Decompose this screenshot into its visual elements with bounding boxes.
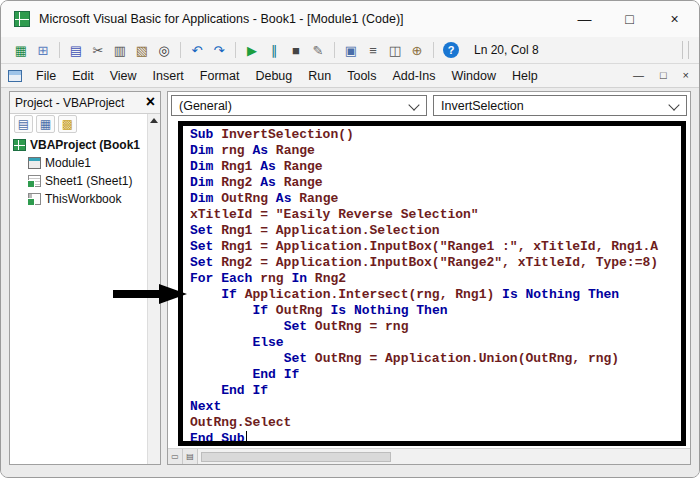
code-line-14[interactable]: Else bbox=[190, 335, 658, 351]
standard-toolbar: ▦⊞▤✂▥▧◎↶↷▶∥■✎▣≡◫⊕? Ln 20, Col 8 bbox=[1, 37, 699, 64]
toolbar-separator bbox=[433, 42, 434, 58]
tree-item-module1[interactable]: Module1 bbox=[13, 154, 146, 172]
code-line-18[interactable]: Next bbox=[190, 399, 658, 415]
code-line-20[interactable]: End Sub bbox=[190, 431, 658, 447]
tree-item-sheet1-sheet1[interactable]: Sheet1 (Sheet1) bbox=[13, 172, 146, 190]
code-line-1[interactable]: Sub InvertSelection() bbox=[190, 127, 658, 143]
code-line-19[interactable]: OutRng.Select bbox=[190, 415, 658, 431]
object-dropdown[interactable]: (General) bbox=[171, 95, 427, 116]
code-editor[interactable]: Sub InvertSelection()Dim rng As RangeDim… bbox=[168, 119, 690, 448]
code-line-16[interactable]: End If bbox=[190, 367, 658, 383]
design-mode-icon[interactable]: ✎ bbox=[308, 40, 328, 60]
vba-app-icon bbox=[14, 11, 30, 27]
mdi-minimize-button[interactable]: — bbox=[633, 70, 644, 81]
save-icon[interactable]: ▤ bbox=[66, 40, 86, 60]
menu-item-tools[interactable]: Tools bbox=[339, 66, 384, 86]
run-icon[interactable]: ▶ bbox=[242, 40, 262, 60]
break-icon[interactable]: ∥ bbox=[264, 40, 284, 60]
line-col-indicator: Ln 20, Col 8 bbox=[474, 43, 539, 57]
menu-item-edit[interactable]: Edit bbox=[64, 66, 102, 86]
menu-item-debug[interactable]: Debug bbox=[247, 66, 300, 86]
help-icon[interactable]: ? bbox=[443, 42, 459, 58]
redo-icon[interactable]: ↷ bbox=[209, 40, 229, 60]
reset-icon[interactable]: ■ bbox=[286, 40, 306, 60]
code-line-15[interactable]: Set OutRng = Application.Union(OutRng, r… bbox=[190, 351, 658, 367]
toolbar-separator bbox=[334, 42, 335, 58]
maximize-button[interactable]: □ bbox=[607, 1, 652, 37]
menu-item-help[interactable]: Help bbox=[504, 66, 546, 86]
project-panel-toolbar: ▤▦▩ bbox=[10, 114, 160, 134]
mdi-close-button[interactable]: × bbox=[683, 70, 689, 81]
text-cursor bbox=[246, 431, 248, 444]
module-icon bbox=[28, 157, 41, 169]
code-line-4[interactable]: Dim Rng2 As Range bbox=[190, 175, 658, 191]
main-area: Project - VBAProject × ▤▦▩ VBAProject (B… bbox=[1, 88, 699, 477]
project-panel-title: Project - VBAProject bbox=[15, 96, 146, 110]
code-line-9[interactable]: Set Rng2 = Application.InputBox("Range2"… bbox=[190, 255, 658, 271]
find-icon[interactable]: ◎ bbox=[154, 40, 174, 60]
paste-icon[interactable]: ▧ bbox=[132, 40, 152, 60]
code-window: (General) InvertSelection Sub InvertSele… bbox=[167, 91, 691, 465]
toggle-folders-icon[interactable]: ▩ bbox=[58, 115, 77, 133]
mdi-restore-button[interactable]: □ bbox=[660, 70, 667, 81]
menu-item-add-ins[interactable]: Add-Ins bbox=[384, 66, 443, 86]
code-line-13[interactable]: Set OutRng = rng bbox=[190, 319, 658, 335]
code-text[interactable]: Sub InvertSelection()Dim rng As RangeDim… bbox=[190, 127, 658, 447]
view-excel-icon[interactable]: ▦ bbox=[11, 40, 31, 60]
project-panel-scrollbar[interactable] bbox=[147, 114, 160, 464]
excel-icon bbox=[13, 139, 26, 151]
title-bar: Microsoft Visual Basic for Applications … bbox=[1, 1, 699, 38]
copy-icon[interactable]: ▥ bbox=[110, 40, 130, 60]
menu-bar: FileEditViewInsertFormatDebugRunToolsAdd… bbox=[1, 64, 699, 88]
code-line-8[interactable]: Set Rng1 = Application.InputBox("Range1 … bbox=[190, 239, 658, 255]
menu-item-file[interactable]: File bbox=[28, 66, 64, 86]
menu-item-format[interactable]: Format bbox=[192, 66, 248, 86]
horizontal-scroll-thumb[interactable] bbox=[201, 452, 391, 462]
project-tree: VBAProject (Book1Module1Sheet1 (Sheet1)T… bbox=[13, 136, 146, 208]
view-code-icon[interactable]: ▤ bbox=[14, 115, 33, 133]
project-panel-close-icon[interactable]: × bbox=[146, 94, 155, 110]
menu-item-insert[interactable]: Insert bbox=[145, 66, 192, 86]
full-module-view-button[interactable]: ▤ bbox=[183, 449, 198, 464]
tree-item-label: Module1 bbox=[45, 156, 91, 170]
project-explorer-icon[interactable]: ▣ bbox=[341, 40, 361, 60]
menu-item-window[interactable]: Window bbox=[444, 66, 504, 86]
code-line-2[interactable]: Dim rng As Range bbox=[190, 143, 658, 159]
view-object-icon[interactable]: ▦ bbox=[36, 115, 55, 133]
vba-editor-window: Microsoft Visual Basic for Applications … bbox=[0, 0, 700, 478]
code-line-7[interactable]: Set Rng1 = Application.Selection bbox=[190, 223, 658, 239]
scroll-up-icon[interactable] bbox=[148, 114, 160, 127]
cut-icon[interactable]: ✂ bbox=[88, 40, 108, 60]
chevron-down-icon bbox=[408, 99, 419, 110]
menu-item-run[interactable]: Run bbox=[300, 66, 339, 86]
procedure-dropdown-value: InvertSelection bbox=[441, 99, 524, 113]
tree-item-vbaproject-book1[interactable]: VBAProject (Book1 bbox=[13, 136, 146, 154]
close-button[interactable]: × bbox=[652, 1, 697, 37]
code-line-6[interactable]: xTitleId = "Easily Reverse Selection" bbox=[190, 207, 658, 223]
procedure-dropdown[interactable]: InvertSelection bbox=[433, 95, 687, 116]
code-line-5[interactable]: Dim OutRng As Range bbox=[190, 191, 658, 207]
toolbox-icon[interactable]: ⊕ bbox=[407, 40, 427, 60]
horizontal-scrollbar[interactable]: ▭ ▤ bbox=[168, 448, 690, 464]
project-explorer-panel: Project - VBAProject × ▤▦▩ VBAProject (B… bbox=[9, 91, 161, 465]
code-line-10[interactable]: For Each rng In Rng2 bbox=[190, 271, 658, 287]
toolbar-overflow-handle[interactable] bbox=[682, 41, 689, 59]
project-panel-header[interactable]: Project - VBAProject × bbox=[10, 92, 160, 114]
toolbar-separator bbox=[235, 42, 236, 58]
sheet-icon bbox=[28, 175, 41, 187]
code-line-17[interactable]: End If bbox=[190, 383, 658, 399]
minimize-button[interactable]: — bbox=[562, 1, 607, 37]
tree-item-thisworkbook[interactable]: ThisWorkbook bbox=[13, 190, 146, 208]
code-line-3[interactable]: Dim Rng1 As Range bbox=[190, 159, 658, 175]
menu-item-view[interactable]: View bbox=[102, 66, 145, 86]
toolbar-separator bbox=[180, 42, 181, 58]
procedure-view-button[interactable]: ▭ bbox=[168, 449, 183, 464]
insert-object-icon[interactable]: ⊞ bbox=[33, 40, 53, 60]
undo-icon[interactable]: ↶ bbox=[187, 40, 207, 60]
code-line-12[interactable]: If OutRng Is Nothing Then bbox=[190, 303, 658, 319]
properties-window-icon[interactable]: ≡ bbox=[363, 40, 383, 60]
mdi-window-controls: — □ × bbox=[633, 70, 689, 81]
code-line-11[interactable]: If Application.Intersect(rng, Rng1) Is N… bbox=[190, 287, 658, 303]
object-browser-icon[interactable]: ◫ bbox=[385, 40, 405, 60]
code-window-header: (General) InvertSelection bbox=[168, 92, 690, 119]
